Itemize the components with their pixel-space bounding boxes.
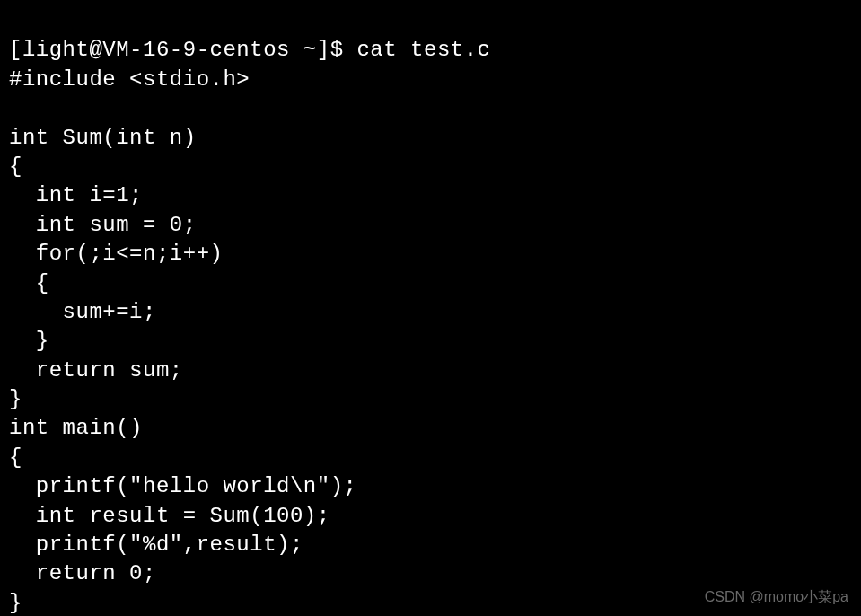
- terminal-output[interactable]: [light@VM-16-9-centos ~]$ cat test.c #in…: [9, 7, 852, 616]
- command-text: cat test.c: [356, 38, 490, 62]
- code-line: }: [9, 329, 49, 353]
- code-line: int i=1;: [9, 183, 143, 207]
- code-line: {: [9, 445, 22, 470]
- code-line: {: [9, 154, 22, 179]
- code-line: }: [9, 387, 22, 411]
- code-line: sum+=i;: [9, 300, 156, 324]
- code-line: return sum;: [9, 358, 183, 383]
- code-line: for(;i<=n;i++): [9, 242, 223, 266]
- code-line: int sum = 0;: [9, 213, 197, 237]
- code-line: int result = Sum(100);: [9, 504, 330, 528]
- code-line: int Sum(int n): [9, 126, 197, 150]
- watermark-text: CSDN @momo小菜pa: [705, 587, 848, 607]
- code-line: #include <stdio.h>: [9, 67, 250, 92]
- code-line: int main(): [9, 416, 143, 440]
- code-line: return 0;: [9, 561, 156, 585]
- prompt-text: [light@VM-16-9-centos ~]$: [9, 38, 356, 62]
- shell-prompt: [light@VM-16-9-centos ~]$ cat test.c: [9, 38, 491, 62]
- code-line: printf("%d",result);: [9, 532, 303, 557]
- code-line: {: [9, 271, 49, 295]
- code-line: printf("hello world\n");: [9, 474, 356, 498]
- code-line: }: [9, 591, 22, 615]
